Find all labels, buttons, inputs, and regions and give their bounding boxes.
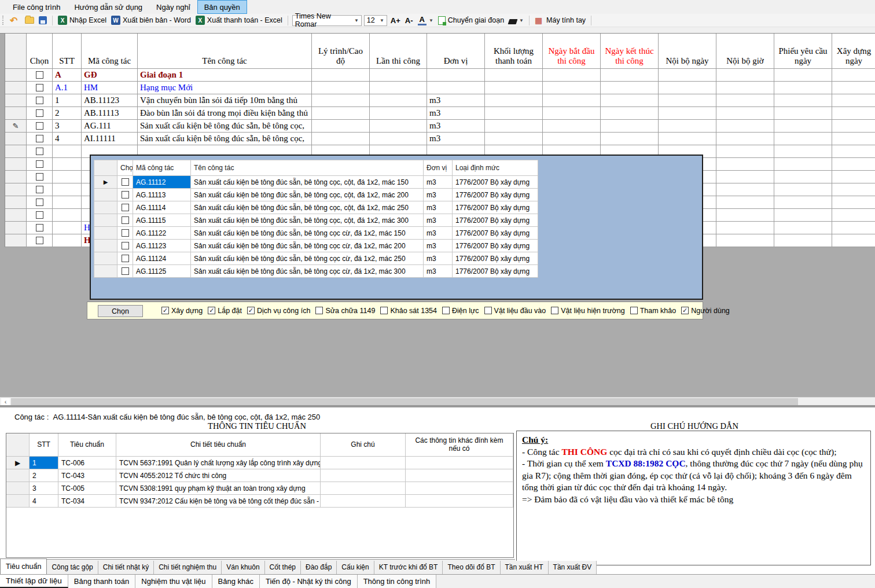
code-cell[interactable]: AG.11115: [133, 214, 191, 227]
column-header[interactable]: STT: [53, 34, 82, 69]
other-cell[interactable]: [406, 469, 513, 482]
cell[interactable]: [427, 69, 485, 82]
cell[interactable]: [53, 234, 82, 247]
cell[interactable]: 3: [53, 120, 82, 133]
checkbox-icon[interactable]: [630, 307, 638, 314]
undo-button[interactable]: ↶: [8, 14, 23, 27]
cell[interactable]: [53, 171, 82, 183]
cell[interactable]: [774, 234, 832, 247]
tab-bảng-thanh-toán[interactable]: Bảng thanh toán: [68, 575, 135, 588]
cell[interactable]: [427, 82, 485, 94]
cell[interactable]: HM: [82, 82, 138, 94]
cell[interactable]: [53, 222, 82, 234]
column-header[interactable]: Xây dựng ngày: [832, 34, 875, 69]
cell[interactable]: AG.111: [82, 120, 138, 133]
tab-theo-dõi-đổ-bt[interactable]: Theo dõi đổ BT: [443, 561, 500, 574]
norm-type-cell[interactable]: 1776/2007 Bộ xây dựng: [453, 227, 538, 240]
menu-item-item[interactable]: Hướng dẫn sử dụng: [67, 0, 149, 14]
cell[interactable]: [312, 120, 370, 133]
cell[interactable]: Giai đoạn 1: [138, 69, 312, 82]
cell[interactable]: [485, 94, 543, 107]
row-selector[interactable]: [94, 240, 117, 252]
column-header[interactable]: Tên công tác: [191, 160, 424, 176]
scrollbar-thumb[interactable]: [11, 398, 798, 405]
checkbox-icon[interactable]: [122, 267, 129, 275]
cell[interactable]: 4: [53, 133, 82, 145]
cell[interactable]: AB.11113: [82, 107, 138, 120]
tab-cốt-thép[interactable]: Cốt thép: [265, 561, 301, 574]
cell[interactable]: [774, 94, 832, 107]
norm-type-cell[interactable]: 1776/2007 Bộ xây dựng: [453, 240, 538, 252]
code-cell[interactable]: AG.11112: [133, 176, 191, 189]
cell[interactable]: [601, 133, 659, 145]
column-header[interactable]: Nội bộ giờ: [716, 34, 774, 69]
code-cell[interactable]: TC-034: [58, 495, 116, 508]
row-checkbox-cell[interactable]: [117, 214, 133, 227]
unit-cell[interactable]: m3: [424, 252, 453, 265]
row-selector[interactable]: [94, 252, 117, 265]
cell[interactable]: [543, 107, 601, 120]
row-checkbox-cell[interactable]: [27, 171, 53, 183]
cell[interactable]: [832, 171, 875, 183]
cell[interactable]: [716, 183, 774, 196]
tab-tần-xuất-ht[interactable]: Tần xuất HT: [501, 561, 549, 574]
row-selector[interactable]: [5, 82, 27, 94]
cell[interactable]: [485, 133, 543, 145]
cell[interactable]: [774, 82, 832, 94]
cell[interactable]: [716, 107, 774, 120]
column-header[interactable]: Loại định mức: [453, 160, 538, 176]
tab-tiêu-chuẩn[interactable]: Tiêu chuẩn: [0, 558, 47, 574]
tab-bảng-khác[interactable]: Bảng khác: [212, 575, 260, 588]
tab-cấu-kiện[interactable]: Cấu kiện: [337, 561, 374, 574]
unit-cell[interactable]: m3: [424, 214, 453, 227]
row-selector[interactable]: [5, 145, 27, 158]
norm-type-cell[interactable]: 1776/2007 Bộ xây dựng: [453, 189, 538, 201]
name-cell[interactable]: Sản xuất cấu kiện bê tông đúc sẵn, bê tô…: [191, 176, 424, 189]
cell[interactable]: [832, 69, 875, 82]
checkbox-icon[interactable]: [484, 307, 492, 314]
checkbox-icon[interactable]: [551, 307, 558, 314]
checkbox-icon[interactable]: [36, 97, 43, 104]
row-selector[interactable]: [94, 214, 117, 227]
checkbox-icon[interactable]: [36, 186, 43, 193]
row-checkbox-cell[interactable]: [27, 222, 53, 234]
cell[interactable]: [774, 183, 832, 196]
cell[interactable]: [659, 133, 716, 145]
column-header[interactable]: [6, 433, 30, 457]
open-button[interactable]: [23, 16, 36, 25]
checkbox-icon[interactable]: [380, 307, 388, 314]
row-selector[interactable]: [5, 69, 27, 82]
column-header[interactable]: Ghi chú: [321, 433, 406, 457]
row-selector[interactable]: [5, 196, 27, 209]
row-selector[interactable]: [5, 183, 27, 196]
cell[interactable]: [601, 94, 659, 107]
filter-checkbox-item[interactable]: Vật liệu đầu vào: [484, 307, 546, 315]
cell[interactable]: [774, 222, 832, 234]
row-selector[interactable]: [5, 158, 27, 171]
checkbox-icon[interactable]: [36, 71, 43, 79]
cell[interactable]: [832, 183, 875, 196]
checkbox-icon[interactable]: ✓: [247, 307, 255, 314]
tab-công-tác-gộp[interactable]: Công tác gộp: [47, 561, 98, 574]
current-row-arrow-icon[interactable]: ▶: [94, 176, 117, 189]
save-button[interactable]: [36, 15, 49, 25]
checkbox-icon[interactable]: [36, 135, 43, 142]
code-cell[interactable]: AG.11125: [133, 265, 191, 278]
column-header[interactable]: Ngày kết thúc thi công: [601, 34, 659, 69]
detail-cell[interactable]: TCVN 9347:2012 Cấu kiện bê tông và bê tô…: [116, 495, 321, 508]
row-checkbox-cell[interactable]: [27, 234, 53, 247]
cell[interactable]: m3: [427, 133, 485, 145]
unit-cell[interactable]: m3: [424, 189, 453, 201]
cell[interactable]: [370, 133, 427, 145]
cell[interactable]: [312, 107, 370, 120]
row-selector[interactable]: [6, 482, 30, 495]
cell[interactable]: [832, 222, 875, 234]
cell[interactable]: [53, 196, 82, 209]
cell[interactable]: [370, 107, 427, 120]
cell[interactable]: [659, 120, 716, 133]
column-header[interactable]: [5, 34, 27, 69]
row-checkbox-cell[interactable]: [27, 183, 53, 196]
checkbox-icon[interactable]: ✓: [681, 307, 689, 314]
cell[interactable]: [659, 107, 716, 120]
cell[interactable]: [485, 107, 543, 120]
